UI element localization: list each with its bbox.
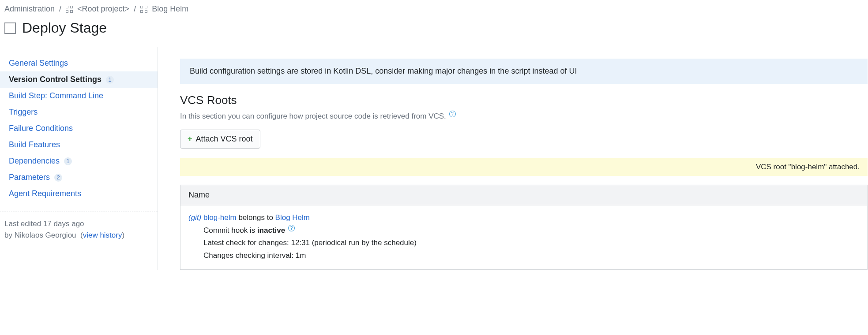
vcs-root-title-line: (git) blog-helm belongs to Blog Helm [188, 212, 859, 224]
sidebar-item-label: Build Step: Command Line [9, 91, 103, 100]
latest-check-line: Latest check for changes: 12:31 (periodi… [203, 237, 859, 249]
sidebar-item-agent-requirements[interactable]: Agent Requirements [0, 186, 158, 202]
count-badge: 2 [54, 174, 62, 182]
button-label: Attach VCS root [196, 134, 253, 144]
vcs-roots-table: Name (git) blog-helm belongs to Blog Hel… [180, 185, 868, 270]
main-panel: Build configuration settings are stored … [158, 47, 868, 270]
commit-hook-line: Commit hook is inactive ? [203, 224, 859, 237]
commit-hook-prefix: Commit hook is [203, 226, 257, 234]
sidebar-item-label: Failure Conditions [9, 124, 73, 133]
table-header-name: Name [180, 185, 867, 205]
sidebar-item-label: Triggers [9, 108, 38, 117]
vcs-attached-notice: VCS root "blog-helm" attached. [180, 158, 868, 176]
plus-icon: + [188, 134, 192, 144]
sidebar-item-label: Dependencies [9, 156, 60, 166]
breadcrumb-separator: / [134, 4, 136, 14]
vcs-root-details: Commit hook is inactive ? Latest check f… [188, 224, 859, 263]
count-badge: 1 [106, 76, 114, 84]
breadcrumb-separator: / [59, 4, 61, 14]
sidebar-footer: Last edited 17 days ago by Nikolaos Geor… [0, 212, 158, 241]
page-title: Deploy Stage [22, 20, 107, 36]
attach-vcs-root-button[interactable]: + Attach VCS root [180, 130, 260, 149]
check-interval-line: Changes checking interval: 1m [203, 249, 859, 262]
sidebar-item-label: General Settings [9, 59, 68, 68]
sidebar-item-label: Agent Requirements [9, 189, 81, 198]
sidebar-item-label: Parameters [9, 173, 50, 182]
sidebar-item-triggers[interactable]: Triggers [0, 104, 158, 120]
belongs-to-text: belongs to [237, 213, 275, 222]
sidebar-item-label: Build Features [9, 140, 60, 149]
breadcrumb-root-link[interactable]: <Root project> [77, 4, 129, 14]
count-badge: 1 [64, 157, 72, 165]
sidebar-item-build-step[interactable]: Build Step: Command Line [0, 88, 158, 104]
sidebar-item-vcs-settings[interactable]: Version Control Settings 1 [0, 71, 158, 88]
sidebar-item-general-settings[interactable]: General Settings [0, 55, 158, 71]
sidebar-item-failure-conditions[interactable]: Failure Conditions [0, 120, 158, 137]
settings-sidebar: General Settings Version Control Setting… [0, 47, 158, 270]
vcs-roots-description: In this section you can configure how pr… [180, 111, 868, 121]
last-edited-when: 17 days ago [43, 220, 84, 228]
content-wrap: General Settings Version Control Setting… [0, 47, 868, 270]
vcs-root-name-link[interactable]: blog-helm [203, 213, 237, 222]
vcs-root-parent-link[interactable]: Blog Helm [275, 213, 310, 222]
kotlin-dsl-info-banner: Build configuration settings are stored … [180, 59, 868, 84]
editor-prefix: by [4, 231, 15, 239]
project-grid-icon [140, 6, 147, 13]
commit-hook-status: inactive [257, 226, 285, 234]
sidebar-item-label: Version Control Settings [9, 75, 101, 84]
sidebar-item-parameters[interactable]: Parameters 2 [0, 169, 158, 186]
build-config-icon [4, 22, 16, 34]
sidebar-item-build-features[interactable]: Build Features [0, 137, 158, 153]
help-icon[interactable]: ? [449, 111, 456, 117]
vcs-type-label: (git) [188, 213, 201, 222]
help-icon[interactable]: ? [288, 225, 295, 231]
vcs-root-row: (git) blog-helm belongs to Blog Helm Com… [180, 205, 867, 270]
page-title-row: Deploy Stage [0, 14, 868, 47]
view-history-link[interactable]: view history [83, 231, 122, 239]
editor-name: Nikolaos Georgiou [15, 231, 76, 239]
project-grid-icon [66, 6, 73, 13]
last-edited-prefix: Last edited [4, 220, 43, 228]
last-edited-line: Last edited 17 days ago [4, 218, 153, 230]
editor-line: by Nikolaos Georgiou (view history) [4, 230, 153, 241]
sidebar-item-dependencies[interactable]: Dependencies 1 [0, 153, 158, 169]
description-text: In this section you can configure how pr… [180, 112, 446, 120]
vcs-roots-heading: VCS Roots [180, 93, 868, 107]
breadcrumb-project-link[interactable]: Blog Helm [152, 4, 188, 14]
breadcrumb: Administration / <Root project> / Blog H… [0, 0, 868, 14]
breadcrumb-admin-link[interactable]: Administration [4, 4, 55, 14]
